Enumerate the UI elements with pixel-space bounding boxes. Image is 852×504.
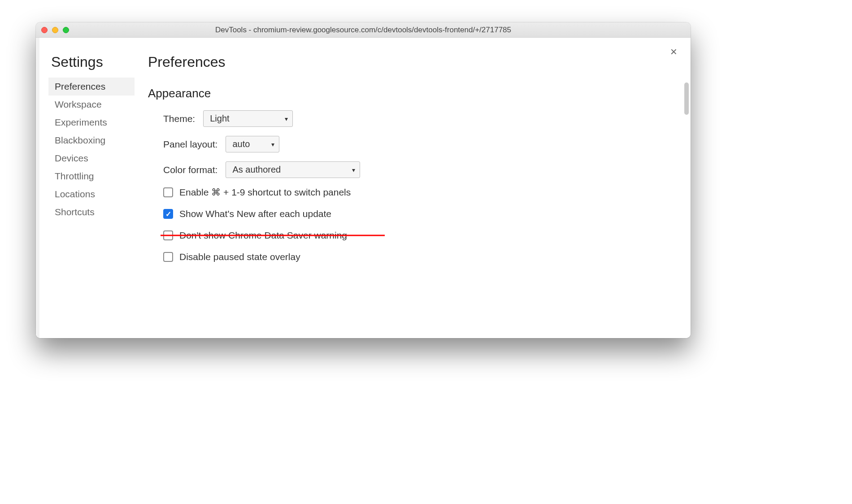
- theme-label: Theme:: [163, 113, 195, 124]
- page-title: Preferences: [148, 54, 673, 70]
- sidebar-item-throttling[interactable]: Throttling: [48, 167, 135, 185]
- sidebar-item-workspace[interactable]: Workspace: [48, 96, 135, 113]
- color-format-row: Color format: As authored: [163, 161, 673, 178]
- checkbox-row-3: Disable paused state overlay: [163, 252, 673, 262]
- checkbox-label-1: Show What's New after each update: [179, 209, 331, 219]
- sidebar-item-locations[interactable]: Locations: [48, 185, 135, 203]
- scrollbar-thumb[interactable]: [684, 83, 689, 115]
- titlebar: DevTools - chromium-review.googlesource.…: [36, 22, 691, 38]
- sidebar-item-blackboxing[interactable]: Blackboxing: [48, 131, 135, 149]
- sidebar-item-devices[interactable]: Devices: [48, 149, 135, 167]
- panel-layout-row: Panel layout: auto: [163, 136, 673, 152]
- checkbox-row-1: Show What's New after each update: [163, 209, 673, 219]
- panel-layout-label: Panel layout:: [163, 139, 217, 150]
- theme-row: Theme: Light: [163, 110, 673, 127]
- checkbox-3[interactable]: [163, 252, 173, 262]
- settings-panel: × Settings PreferencesWorkspaceExperimen…: [36, 38, 691, 338]
- settings-main: Preferences Appearance Theme: Light Pane…: [135, 38, 691, 338]
- checkbox-1[interactable]: [163, 209, 173, 219]
- minimize-window-icon[interactable]: [52, 27, 58, 33]
- window-title: DevTools - chromium-review.googlesource.…: [36, 26, 691, 35]
- sidebar-item-shortcuts[interactable]: Shortcuts: [48, 203, 135, 221]
- sidebar-item-preferences[interactable]: Preferences: [48, 78, 135, 96]
- color-format-select[interactable]: As authored: [226, 161, 360, 178]
- checkbox-row-2: Don't show Chrome Data Saver warning: [163, 230, 673, 241]
- traffic-lights: [41, 27, 69, 33]
- strikethrough-annotation: [161, 235, 385, 236]
- section-appearance: Appearance: [148, 87, 673, 100]
- close-window-icon[interactable]: [41, 27, 48, 33]
- sidebar-item-experiments[interactable]: Experiments: [48, 113, 135, 131]
- checkbox-label-3: Disable paused state overlay: [179, 252, 300, 262]
- settings-sidebar: Settings PreferencesWorkspaceExperiments…: [36, 38, 135, 338]
- color-format-label: Color format:: [163, 165, 217, 175]
- sidebar-title: Settings: [48, 54, 135, 70]
- maximize-window-icon[interactable]: [63, 27, 69, 33]
- panel-layout-select[interactable]: auto: [226, 136, 279, 152]
- theme-select[interactable]: Light: [203, 110, 293, 127]
- checkbox-label-0: Enable ⌘ + 1-9 shortcut to switch panels: [179, 187, 351, 198]
- checkbox-row-0: Enable ⌘ + 1-9 shortcut to switch panels: [163, 187, 673, 198]
- devtools-window: DevTools - chromium-review.googlesource.…: [36, 22, 691, 338]
- checkbox-0[interactable]: [163, 187, 173, 197]
